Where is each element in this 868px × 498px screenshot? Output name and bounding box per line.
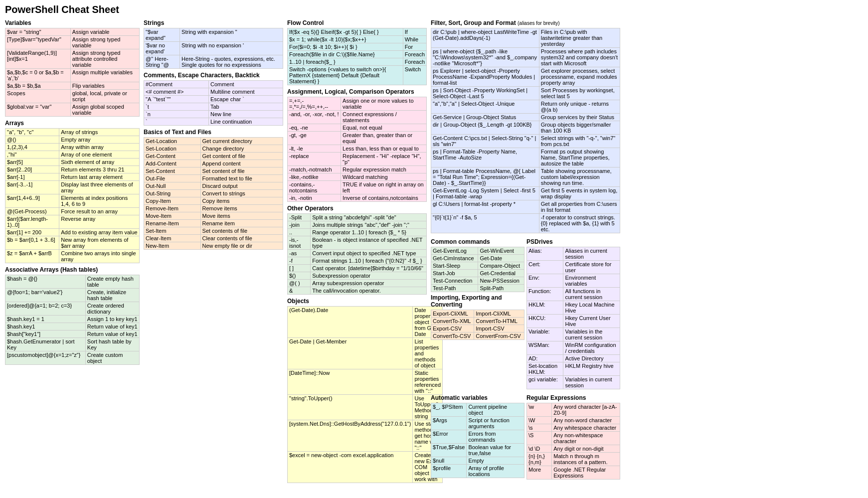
table-cell: Any word character [a-zA-Z0-9]	[552, 403, 620, 417]
table-row: dir | Group-Object {$_.Length -gt 100KB}…	[431, 121, 620, 135]
table-row: Get-Service | Group-Object StatusGroup s…	[431, 114, 620, 121]
table-row: -contains,-notcontainsTRUE if value on r…	[288, 181, 427, 194]
table-cell: Connect expressions / statements	[341, 111, 427, 124]
table-cell: Discard output	[200, 182, 283, 190]
table-cell: `	[144, 118, 209, 126]
table-cell: Return only unique - returns @(a b)	[539, 100, 620, 114]
table-row: $hash["key1"]Return value of key1	[5, 331, 140, 338]
table-cell: [pscustomobject]@{x=1;z="z"}	[5, 351, 86, 365]
table-cell: $arr[2..20]	[5, 166, 59, 173]
assign-table: =,+=,-=,*=,/=,%=,++,--Assign one or more…	[287, 97, 427, 202]
table-cell: Remove items	[200, 205, 283, 212]
table-row: $excel = new-object -com excel.applicati…	[288, 452, 443, 483]
table-cell: Copy items	[200, 197, 283, 205]
table-row: $ErrorErrors from commands	[431, 430, 524, 444]
table-row: \SAny non-whitespace character	[527, 432, 620, 445]
table-cell: -is,-isnot	[288, 236, 311, 250]
table-cell: Rename item	[200, 220, 283, 227]
table-cell: Switch -options {<values to switch on>}{…	[288, 66, 403, 85]
other-ops-table: -SplitSplit a string "abcdefghi" -split …	[287, 213, 427, 295]
table-cell: Create, initialize hash table	[85, 289, 139, 302]
table-row: -is,-isnotBoolean - is object instance o…	[288, 236, 427, 250]
table-cell: $global:var = "var"	[5, 103, 71, 117]
assoc-table: $hash = @{}Create empty hash table@{foo=…	[5, 275, 140, 365]
table-cell: Set-location HKLM:	[527, 362, 563, 376]
table-cell: New line	[208, 111, 283, 118]
table-row: -replaceReplacement - "Hi" -replace "H",…	[288, 153, 427, 166]
col2: Strings "$var expand"String with expansi…	[144, 19, 283, 483]
table-cell: Multiline comment	[208, 88, 283, 96]
table-cell: Escape char `	[208, 96, 283, 103]
table-row: HKCU:Hkey Current User Hive	[527, 315, 620, 328]
table-cell: $var = "string"	[5, 28, 71, 36]
table-cell: Formatted text to file	[200, 175, 283, 182]
table-row: Clear-ItemClear contents of file	[144, 235, 283, 242]
table-row: Foreach($file in dir C:\){$file.Name}For…	[288, 51, 427, 58]
table-cell: String with no expansion '	[180, 42, 283, 55]
table-cell: $Error	[431, 430, 467, 444]
table-row: "$var expand"String with expansion "	[144, 28, 283, 42]
table-cell: "a","b","a" | Select-Object -Unique	[431, 100, 539, 114]
table-cell: gci variable:	[527, 376, 563, 389]
table-cell: Elements at index positions 1,4, 6 to 9	[59, 194, 140, 208]
table-cell: Assign strong typed variable	[70, 36, 139, 49]
table-cell: -as	[288, 250, 311, 257]
table-cell: 1,(2,3),4	[5, 144, 59, 151]
table-cell: $hash.GetEnumerator | sort Key	[5, 338, 86, 351]
table-cell: =,+=,-=,*=,/=,%=,++,--	[288, 97, 341, 111]
table-cell: dir | Group-Object {$_.Length -gt 100KB}	[431, 121, 539, 135]
table-cell: Script or function arguments	[467, 417, 524, 430]
table-row: $arr[($arr.length-1)..0]Reverse array	[5, 215, 140, 229]
table-row: -fFormat strings 1..10 | foreach {"{0:N2…	[288, 257, 427, 265]
table-cell: New empty file or dir	[200, 242, 283, 250]
table-row: $z = $arrA + $arrBCombine two arrays int…	[5, 250, 140, 263]
table-row: ps Explorer | select-object -Property Pr…	[431, 67, 620, 87]
table-cell: Start-Job	[431, 270, 478, 277]
table-cell: Get-EventLog	[431, 247, 478, 255]
table-row: -SplitSplit a string "abcdefghi" -split …	[288, 214, 427, 221]
table-cell: Assign one or more values to variable	[341, 97, 427, 111]
table-cell: `n	[144, 111, 209, 118]
table-cell: Boolean - is object instance of specifie…	[311, 236, 427, 250]
table-row: -joinJoins multiple strings "abc","def" …	[288, 221, 427, 229]
table-cell: Import-CSV	[474, 325, 524, 332]
table-cell: Assign global scoped variable	[70, 103, 139, 117]
table-cell: Get first 5 events in system log, wrap d…	[539, 187, 620, 200]
table-row: Get-CimInstanceGet-Date	[431, 255, 524, 262]
table-row: \d \DAny digit or non-digit	[527, 445, 620, 453]
table-cell: Flip variables	[70, 82, 139, 90]
table-cell: Remove-Item	[144, 205, 201, 212]
table-row: Cert:Certificate store for user	[527, 261, 620, 274]
table-row: `tTab	[144, 103, 283, 111]
table-cell: Tab	[208, 103, 283, 111]
table-cell: Split a string "abcdefghi" -split "de"	[311, 214, 427, 221]
table-cell: Any whitespace character	[552, 424, 620, 432]
table-cell: <# comment #>	[144, 88, 209, 96]
table-cell: -lt, -le	[288, 145, 341, 153]
table-cell: $Args	[431, 417, 467, 430]
table-row: Export-CSVImport-CSV	[431, 325, 524, 332]
importing-title: Importing, Exporting and Converting	[431, 294, 524, 308]
table-cell: "string".ToUpper()	[288, 395, 413, 420]
table-cell: Inverse of contains,notcontains	[341, 194, 427, 202]
table-cell: Get explorer processes, select processna…	[539, 67, 620, 87]
table-cell: Move items	[200, 212, 283, 220]
table-cell: Joins multiple strings "abc","def" -join…	[311, 221, 427, 229]
table-cell: Get-Service | Group-Object Status	[431, 114, 539, 121]
table-row: $b = $arr[0,1 + 3..6]New array from elem…	[5, 236, 140, 250]
auto-vars-section: Automatic variables $_, $PSItemCurrent p…	[431, 391, 524, 480]
table-cell: Get-Date | Get-Member	[288, 338, 413, 369]
table-row: dir C:\pub | where-object LastWriteTime …	[431, 28, 620, 48]
arrays-table: "a", "b", "c"Array of strings@()Empty ar…	[5, 128, 140, 263]
table-row: gl C:\Users | format-list -property *Get…	[431, 200, 620, 214]
table-row: For($i=0; $i -lt 10; $i++){ $i }For	[288, 43, 427, 51]
table-cell: Format ps output showing Name, StartTime…	[539, 148, 620, 167]
table-cell: Set-Content	[144, 167, 201, 175]
table-row: -in, -notinInverse of contains,notcontai…	[288, 194, 427, 202]
table-cell: If($x -eq 5){} Elseif($x -gt 5){ } Else{…	[288, 28, 403, 36]
table-cell: WinRM configuration / credentials	[563, 341, 620, 355]
table-row: Move-ItemMove items	[144, 212, 283, 220]
table-cell: Current pipeline object	[467, 403, 524, 417]
table-cell: Get-Date	[478, 255, 524, 262]
col1: Variables $var = "string"Assign variable…	[5, 19, 140, 483]
